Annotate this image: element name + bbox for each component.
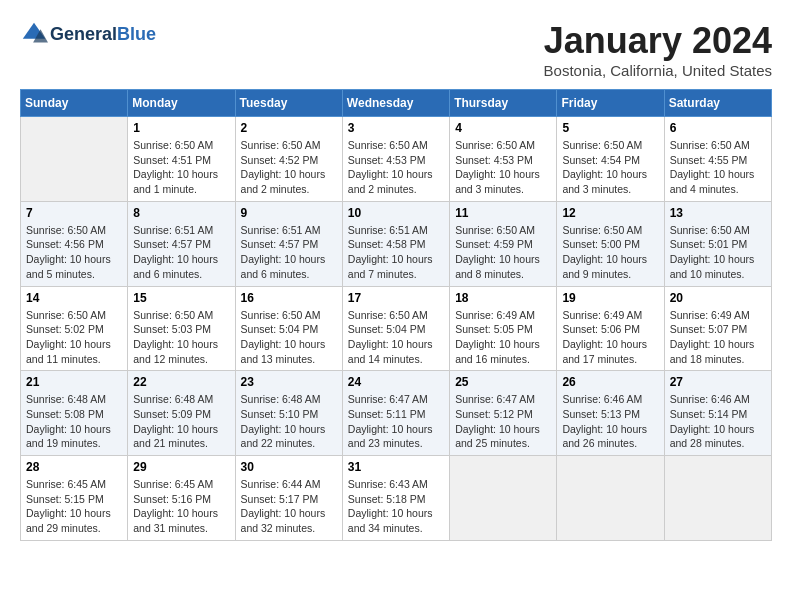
calendar-cell: 4Sunrise: 6:50 AMSunset: 4:53 PMDaylight… (450, 117, 557, 202)
title-section: January 2024 Bostonia, California, Unite… (544, 20, 772, 79)
calendar-week-row: 21Sunrise: 6:48 AMSunset: 5:08 PMDayligh… (21, 371, 772, 456)
calendar-cell: 5Sunrise: 6:50 AMSunset: 4:54 PMDaylight… (557, 117, 664, 202)
calendar-cell (21, 117, 128, 202)
day-info: Sunrise: 6:50 AMSunset: 5:02 PMDaylight:… (26, 308, 122, 367)
day-info: Sunrise: 6:50 AMSunset: 4:53 PMDaylight:… (455, 138, 551, 197)
day-info: Sunrise: 6:50 AMSunset: 5:04 PMDaylight:… (348, 308, 444, 367)
calendar-cell: 13Sunrise: 6:50 AMSunset: 5:01 PMDayligh… (664, 201, 771, 286)
calendar-cell: 2Sunrise: 6:50 AMSunset: 4:52 PMDaylight… (235, 117, 342, 202)
day-info: Sunrise: 6:51 AMSunset: 4:58 PMDaylight:… (348, 223, 444, 282)
calendar-cell: 20Sunrise: 6:49 AMSunset: 5:07 PMDayligh… (664, 286, 771, 371)
day-info: Sunrise: 6:50 AMSunset: 4:52 PMDaylight:… (241, 138, 337, 197)
day-number: 18 (455, 291, 551, 305)
calendar-cell: 22Sunrise: 6:48 AMSunset: 5:09 PMDayligh… (128, 371, 235, 456)
day-number: 22 (133, 375, 229, 389)
day-info: Sunrise: 6:50 AMSunset: 4:54 PMDaylight:… (562, 138, 658, 197)
day-info: Sunrise: 6:49 AMSunset: 5:05 PMDaylight:… (455, 308, 551, 367)
calendar-cell: 18Sunrise: 6:49 AMSunset: 5:05 PMDayligh… (450, 286, 557, 371)
calendar-week-row: 1Sunrise: 6:50 AMSunset: 4:51 PMDaylight… (21, 117, 772, 202)
header-wednesday: Wednesday (342, 90, 449, 117)
header-thursday: Thursday (450, 90, 557, 117)
day-number: 31 (348, 460, 444, 474)
day-info: Sunrise: 6:50 AMSunset: 4:59 PMDaylight:… (455, 223, 551, 282)
calendar-week-row: 28Sunrise: 6:45 AMSunset: 5:15 PMDayligh… (21, 456, 772, 541)
day-info: Sunrise: 6:45 AMSunset: 5:16 PMDaylight:… (133, 477, 229, 536)
day-info: Sunrise: 6:48 AMSunset: 5:09 PMDaylight:… (133, 392, 229, 451)
calendar-cell: 3Sunrise: 6:50 AMSunset: 4:53 PMDaylight… (342, 117, 449, 202)
day-number: 8 (133, 206, 229, 220)
header-friday: Friday (557, 90, 664, 117)
calendar-cell: 8Sunrise: 6:51 AMSunset: 4:57 PMDaylight… (128, 201, 235, 286)
day-info: Sunrise: 6:50 AMSunset: 4:53 PMDaylight:… (348, 138, 444, 197)
day-number: 27 (670, 375, 766, 389)
day-number: 19 (562, 291, 658, 305)
location: Bostonia, California, United States (544, 62, 772, 79)
calendar-cell: 7Sunrise: 6:50 AMSunset: 4:56 PMDaylight… (21, 201, 128, 286)
header-monday: Monday (128, 90, 235, 117)
day-number: 28 (26, 460, 122, 474)
calendar-week-row: 7Sunrise: 6:50 AMSunset: 4:56 PMDaylight… (21, 201, 772, 286)
day-info: Sunrise: 6:50 AMSunset: 5:04 PMDaylight:… (241, 308, 337, 367)
day-number: 1 (133, 121, 229, 135)
day-info: Sunrise: 6:47 AMSunset: 5:11 PMDaylight:… (348, 392, 444, 451)
calendar-cell: 15Sunrise: 6:50 AMSunset: 5:03 PMDayligh… (128, 286, 235, 371)
day-number: 4 (455, 121, 551, 135)
day-number: 2 (241, 121, 337, 135)
calendar-cell (664, 456, 771, 541)
calendar-cell (557, 456, 664, 541)
day-number: 26 (562, 375, 658, 389)
day-number: 17 (348, 291, 444, 305)
day-number: 24 (348, 375, 444, 389)
calendar-cell: 9Sunrise: 6:51 AMSunset: 4:57 PMDaylight… (235, 201, 342, 286)
calendar-cell (450, 456, 557, 541)
day-number: 9 (241, 206, 337, 220)
calendar-cell: 12Sunrise: 6:50 AMSunset: 5:00 PMDayligh… (557, 201, 664, 286)
day-info: Sunrise: 6:45 AMSunset: 5:15 PMDaylight:… (26, 477, 122, 536)
header-sunday: Sunday (21, 90, 128, 117)
day-info: Sunrise: 6:49 AMSunset: 5:07 PMDaylight:… (670, 308, 766, 367)
day-info: Sunrise: 6:50 AMSunset: 5:00 PMDaylight:… (562, 223, 658, 282)
calendar-cell: 16Sunrise: 6:50 AMSunset: 5:04 PMDayligh… (235, 286, 342, 371)
calendar-cell: 11Sunrise: 6:50 AMSunset: 4:59 PMDayligh… (450, 201, 557, 286)
calendar-cell: 17Sunrise: 6:50 AMSunset: 5:04 PMDayligh… (342, 286, 449, 371)
calendar-cell: 24Sunrise: 6:47 AMSunset: 5:11 PMDayligh… (342, 371, 449, 456)
calendar-header-row: SundayMondayTuesdayWednesdayThursdayFrid… (21, 90, 772, 117)
day-number: 10 (348, 206, 444, 220)
day-info: Sunrise: 6:46 AMSunset: 5:14 PMDaylight:… (670, 392, 766, 451)
day-info: Sunrise: 6:47 AMSunset: 5:12 PMDaylight:… (455, 392, 551, 451)
day-number: 5 (562, 121, 658, 135)
calendar-table: SundayMondayTuesdayWednesdayThursdayFrid… (20, 89, 772, 541)
calendar-week-row: 14Sunrise: 6:50 AMSunset: 5:02 PMDayligh… (21, 286, 772, 371)
calendar-cell: 25Sunrise: 6:47 AMSunset: 5:12 PMDayligh… (450, 371, 557, 456)
day-info: Sunrise: 6:44 AMSunset: 5:17 PMDaylight:… (241, 477, 337, 536)
day-number: 7 (26, 206, 122, 220)
day-number: 25 (455, 375, 551, 389)
day-info: Sunrise: 6:50 AMSunset: 4:56 PMDaylight:… (26, 223, 122, 282)
day-number: 16 (241, 291, 337, 305)
calendar-cell: 27Sunrise: 6:46 AMSunset: 5:14 PMDayligh… (664, 371, 771, 456)
calendar-cell: 19Sunrise: 6:49 AMSunset: 5:06 PMDayligh… (557, 286, 664, 371)
logo-icon (20, 20, 48, 48)
day-number: 3 (348, 121, 444, 135)
day-info: Sunrise: 6:46 AMSunset: 5:13 PMDaylight:… (562, 392, 658, 451)
logo: GeneralBlue (20, 20, 156, 48)
day-info: Sunrise: 6:43 AMSunset: 5:18 PMDaylight:… (348, 477, 444, 536)
day-number: 29 (133, 460, 229, 474)
day-info: Sunrise: 6:51 AMSunset: 4:57 PMDaylight:… (133, 223, 229, 282)
day-info: Sunrise: 6:48 AMSunset: 5:08 PMDaylight:… (26, 392, 122, 451)
day-number: 21 (26, 375, 122, 389)
day-info: Sunrise: 6:50 AMSunset: 4:51 PMDaylight:… (133, 138, 229, 197)
calendar-cell: 30Sunrise: 6:44 AMSunset: 5:17 PMDayligh… (235, 456, 342, 541)
calendar-cell: 31Sunrise: 6:43 AMSunset: 5:18 PMDayligh… (342, 456, 449, 541)
calendar-cell: 29Sunrise: 6:45 AMSunset: 5:16 PMDayligh… (128, 456, 235, 541)
day-info: Sunrise: 6:50 AMSunset: 4:55 PMDaylight:… (670, 138, 766, 197)
month-title: January 2024 (544, 20, 772, 62)
calendar-cell: 6Sunrise: 6:50 AMSunset: 4:55 PMDaylight… (664, 117, 771, 202)
calendar-cell: 26Sunrise: 6:46 AMSunset: 5:13 PMDayligh… (557, 371, 664, 456)
day-number: 30 (241, 460, 337, 474)
calendar-cell: 28Sunrise: 6:45 AMSunset: 5:15 PMDayligh… (21, 456, 128, 541)
day-info: Sunrise: 6:51 AMSunset: 4:57 PMDaylight:… (241, 223, 337, 282)
calendar-cell: 10Sunrise: 6:51 AMSunset: 4:58 PMDayligh… (342, 201, 449, 286)
day-number: 15 (133, 291, 229, 305)
calendar-cell: 21Sunrise: 6:48 AMSunset: 5:08 PMDayligh… (21, 371, 128, 456)
